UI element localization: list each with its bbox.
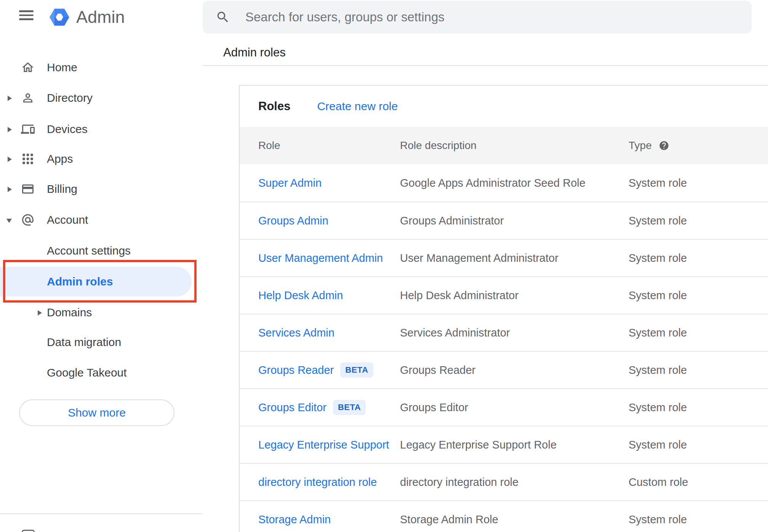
- show-more-button[interactable]: Show more: [19, 399, 174, 426]
- role-cell: Storage Admin: [258, 513, 400, 526]
- sidebar-item-label: Directory: [47, 83, 93, 113]
- role-description: User Management Administrator: [400, 252, 629, 264]
- sidebar-item-label: Devices: [47, 114, 88, 144]
- chevron-right-icon[interactable]: [8, 187, 12, 192]
- sidebar-item-label: Billing: [47, 174, 77, 204]
- role-description: Services Administrator: [400, 327, 629, 339]
- global-search-bar: [203, 1, 752, 34]
- menu-hamburger-icon[interactable]: [19, 10, 34, 20]
- role-type: System role: [629, 327, 768, 339]
- sidebar-item-directory[interactable]: Directory: [0, 83, 202, 113]
- header-divider: [203, 65, 768, 66]
- table-row: directory integration role directory int…: [240, 463, 768, 500]
- role-cell: Help Desk Admin: [258, 289, 400, 302]
- role-description: Groups Editor: [400, 401, 629, 414]
- role-link[interactable]: directory integration role: [258, 476, 377, 489]
- table-row: Groups Editor BETA Groups Editor System …: [240, 388, 768, 426]
- person-icon: [21, 91, 35, 105]
- table-row: Storage Admin Storage Admin Role System …: [240, 500, 768, 532]
- role-cell: directory integration role: [258, 476, 400, 489]
- sidebar-item-label: Data migration: [47, 327, 121, 357]
- table-header-row: Role Role description Type: [240, 127, 768, 164]
- role-link[interactable]: Groups Admin: [258, 215, 328, 227]
- role-type: System role: [629, 364, 768, 377]
- role-link[interactable]: Groups Editor: [258, 401, 326, 414]
- chevron-down-icon[interactable]: [6, 219, 12, 223]
- role-description: Groups Administrator: [400, 215, 629, 227]
- role-link[interactable]: Storage Admin: [258, 513, 331, 526]
- create-new-role-link[interactable]: Create new role: [317, 100, 398, 113]
- role-type: System role: [629, 215, 768, 227]
- role-type: System role: [629, 289, 768, 302]
- sidebar-item-devices[interactable]: Devices: [0, 114, 202, 144]
- table-row: Super Admin Google Apps Administrator Se…: [240, 164, 768, 202]
- devices-icon: [21, 122, 35, 136]
- chevron-right-icon[interactable]: [8, 157, 12, 162]
- role-link[interactable]: Super Admin: [258, 177, 322, 189]
- sidebar-item-label: Apps: [47, 144, 73, 174]
- sidebar-divider: [0, 513, 202, 514]
- at-email-icon: [21, 213, 35, 227]
- role-link[interactable]: Legacy Enterprise Support: [258, 439, 389, 451]
- role-type: System role: [629, 177, 768, 189]
- role-type: System role: [629, 252, 768, 264]
- table-row: Services Admin Services Administrator Sy…: [240, 314, 768, 351]
- sidebar-item-label: Domains: [47, 297, 92, 328]
- breadcrumb: Admin roles: [223, 46, 286, 59]
- beta-badge: BETA: [333, 400, 366, 415]
- role-cell: Groups Admin: [258, 215, 400, 227]
- table-row: Legacy Enterprise Support Legacy Enterpr…: [240, 426, 768, 463]
- role-cell: Groups Editor BETA: [258, 400, 400, 415]
- credit-card-icon: [21, 182, 35, 196]
- sidebar-item-label: Account: [47, 205, 88, 235]
- chevron-right-icon[interactable]: [8, 96, 12, 101]
- roles-card-header: Roles Create new role: [240, 86, 768, 127]
- role-cell: Groups Reader BETA: [258, 362, 400, 378]
- role-description: Legacy Enterprise Support Role: [400, 439, 629, 451]
- role-cell: User Management Admin: [258, 252, 400, 264]
- table-row: User Management Admin User Management Ad…: [240, 239, 768, 276]
- sidebar-item-billing[interactable]: Billing: [0, 174, 202, 204]
- sidebar-item-apps[interactable]: Apps: [0, 144, 202, 174]
- role-link[interactable]: Services Admin: [258, 327, 334, 339]
- role-type: System role: [629, 401, 768, 414]
- role-cell: Super Admin: [258, 177, 400, 189]
- sidebar-item-account[interactable]: Account: [0, 205, 202, 235]
- column-header-description: Role description: [400, 139, 629, 152]
- table-row: Help Desk Admin Help Desk Administrator …: [240, 276, 768, 314]
- sidebar-item-domains[interactable]: Domains: [0, 297, 202, 328]
- chevron-right-icon[interactable]: [8, 127, 12, 132]
- admin-logo-icon: [49, 6, 70, 28]
- search-icon: [216, 10, 230, 24]
- role-link[interactable]: Help Desk Admin: [258, 289, 343, 302]
- role-description: directory integration role: [400, 476, 629, 489]
- role-type: Custom role: [629, 476, 768, 489]
- roles-table-body: Super Admin Google Apps Administrator Se…: [240, 164, 768, 532]
- home-icon: [21, 61, 35, 74]
- sidebar-item-data-migration[interactable]: Data migration: [0, 327, 202, 357]
- role-type: System role: [629, 513, 768, 526]
- role-description: Help Desk Administrator: [400, 289, 629, 302]
- apps-grid-icon: [21, 152, 35, 166]
- search-input[interactable]: [245, 1, 741, 34]
- role-link[interactable]: Groups Reader: [258, 364, 334, 377]
- sidebar: Admin Home Directory Devices Apps Billin…: [0, 0, 202, 532]
- column-header-role: Role: [258, 139, 400, 152]
- app-title: Admin: [76, 6, 125, 28]
- chevron-right-icon[interactable]: [38, 310, 42, 316]
- role-type: System role: [629, 439, 768, 451]
- table-row: Groups Reader BETA Groups Reader System …: [240, 351, 768, 388]
- sidebar-item-home[interactable]: Home: [0, 52, 202, 83]
- role-description: Groups Reader: [400, 364, 629, 377]
- column-header-type: Type: [629, 139, 768, 152]
- role-link[interactable]: User Management Admin: [258, 252, 383, 264]
- sidebar-item-google-takeout[interactable]: Google Takeout: [0, 357, 202, 388]
- beta-badge: BETA: [340, 362, 373, 378]
- roles-card: Roles Create new role Role Role descript…: [239, 85, 768, 532]
- role-cell: Services Admin: [258, 327, 400, 339]
- role-cell: Legacy Enterprise Support: [258, 439, 400, 451]
- help-icon[interactable]: [659, 140, 669, 151]
- role-description: Storage Admin Role: [400, 513, 629, 526]
- role-description: Google Apps Administrator Seed Role: [400, 177, 629, 189]
- sidebar-item-label: Home: [47, 52, 77, 83]
